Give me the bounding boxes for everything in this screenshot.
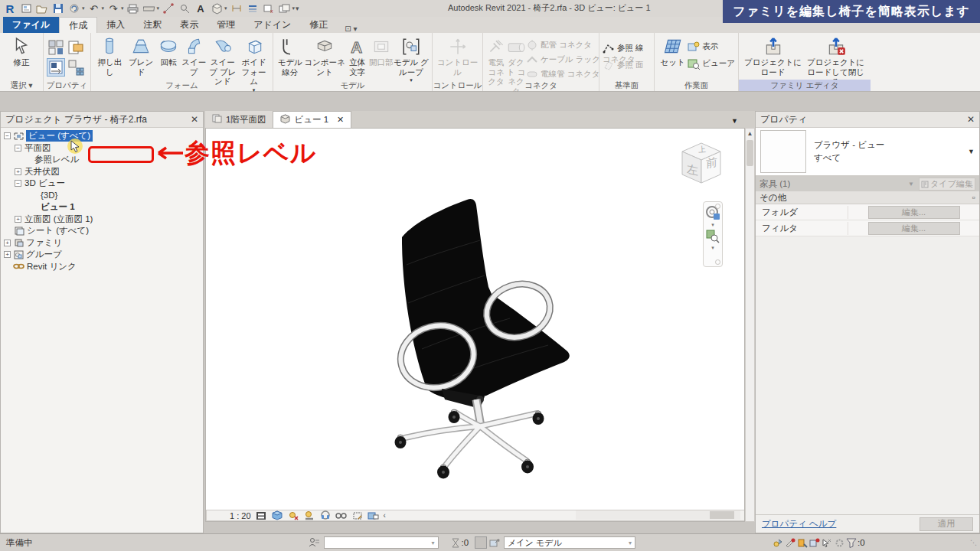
panel-properties-footer[interactable]: プロパティ	[44, 80, 90, 91]
view-tab-view1[interactable]: ビュー 1 ✕	[273, 111, 351, 128]
workset-status-icon[interactable]	[796, 536, 808, 549]
wheel-dropdown-icon[interactable]: ▾	[711, 222, 714, 228]
crop-region-icon[interactable]	[351, 510, 364, 522]
detail-level-icon[interactable]	[255, 510, 267, 522]
measure-icon[interactable]	[142, 2, 156, 15]
show-workplane-button[interactable]: 表示	[688, 40, 735, 54]
tree-item-view1[interactable]: ビュー 1	[4, 201, 203, 214]
render-icon[interactable]	[319, 510, 332, 522]
undo-dropdown-icon[interactable]: ▾	[102, 5, 105, 11]
model-line-button[interactable]: モデル 線分	[276, 35, 304, 77]
aligned-dimension-icon[interactable]	[162, 2, 175, 15]
load-into-project-button[interactable]: プロジェクトに ロード	[742, 35, 804, 77]
chair-3d-model[interactable]	[368, 173, 598, 494]
tree-item-ceiling-plans[interactable]: + 天井伏図	[4, 166, 203, 178]
horizontal-scrollbar-thumb[interactable]	[710, 511, 734, 519]
tab-insert[interactable]: 挿入	[97, 17, 134, 33]
viewcube[interactable]: 上 左 前	[678, 140, 725, 191]
drawing-canvas[interactable]: 上 左 前 ▾ ▾ 1 : 20	[205, 128, 745, 522]
revolve-button[interactable]: 回転	[157, 35, 181, 67]
modify-button[interactable]: 修正	[3, 35, 40, 67]
redo-icon[interactable]: ↷	[106, 2, 120, 15]
sun-path-icon[interactable]	[287, 510, 299, 522]
tab-view[interactable]: 表示	[171, 17, 207, 33]
sweep-button[interactable]: スイープ	[181, 35, 207, 77]
worksharing-display-icon[interactable]	[772, 536, 784, 549]
type-selector-dropdown-icon[interactable]: ▼	[968, 148, 975, 155]
tree-item-3d[interactable]: {3D}	[4, 190, 203, 202]
tab-create[interactable]: 作成	[59, 17, 97, 33]
collapse-icon[interactable]: −	[4, 132, 11, 139]
switch-windows-icon[interactable]	[278, 2, 292, 15]
tab-file[interactable]: ファイル	[3, 17, 59, 33]
design-options-icon[interactable]	[449, 536, 462, 549]
vertical-scrollbar-thumb[interactable]	[746, 140, 753, 166]
navbar-options-icon[interactable]	[715, 259, 720, 265]
close-view-icon[interactable]: ✕	[337, 115, 344, 125]
tree-item-elevations[interactable]: + 立面図 (立面図 1)	[4, 214, 203, 226]
blend-button[interactable]: ブレンド	[126, 35, 157, 77]
sync-dropdown-icon[interactable]: ▾	[82, 5, 85, 11]
shadows-icon[interactable]	[303, 510, 315, 522]
load-into-project-close-button[interactable]: プロジェクトに ロードして閉じる	[804, 35, 867, 86]
ribbon-display-toggle-icon[interactable]: ⊡ ▾	[345, 24, 357, 33]
resize-grip-icon[interactable]: ⋱	[970, 539, 977, 546]
tab-addins[interactable]: アドイン	[244, 17, 300, 33]
thin-lines-icon[interactable]	[246, 2, 260, 15]
family-types-button[interactable]	[67, 38, 85, 57]
crop-visibility-icon[interactable]	[368, 510, 380, 522]
exclude-options-toggle-icon[interactable]	[475, 536, 487, 549]
view-scale[interactable]: 1 : 20	[230, 511, 251, 520]
text-icon[interactable]: A	[194, 2, 207, 15]
tree-item-revit-links[interactable]: Revit リンク	[4, 261, 203, 273]
worksets-icon[interactable]	[309, 536, 321, 549]
request-status-icon[interactable]	[808, 536, 821, 549]
set-workplane-button[interactable]: セット	[658, 35, 688, 67]
customize-qat-icon[interactable]: ▾	[296, 5, 299, 12]
section-other[interactable]: その他 ¤	[756, 191, 979, 204]
vertical-scrollbar[interactable]: ▲	[745, 128, 755, 522]
properties-close-icon[interactable]: ✕	[967, 114, 975, 125]
viewer-button[interactable]: ビューア	[688, 57, 735, 70]
main-model-select[interactable]: メイン モデル▾	[504, 536, 635, 549]
tree-item-families[interactable]: + ファミリ	[4, 237, 203, 249]
expand-icon[interactable]: +	[4, 251, 11, 258]
category-dropdown-icon[interactable]: ▼	[908, 181, 914, 187]
snap-settings-icon[interactable]	[833, 536, 845, 549]
tree-item-sheets[interactable]: シート (すべて)	[4, 225, 203, 237]
3d-view-dropdown-icon[interactable]: ▾	[224, 5, 227, 11]
tab-manage[interactable]: 管理	[207, 17, 244, 33]
horizontal-scrollbar[interactable]	[576, 510, 740, 520]
switch-windows-dropdown-icon[interactable]: ▾	[292, 5, 296, 11]
properties-help-link[interactable]: プロパティ ヘルプ	[762, 518, 836, 530]
family-category-button[interactable]	[47, 38, 65, 57]
sweep-blend-button[interactable]: スイープ ブレンド	[207, 35, 238, 86]
expand-icon[interactable]: +	[15, 168, 21, 175]
visual-style-icon[interactable]	[271, 510, 283, 522]
redo-dropdown-icon[interactable]: ▾	[121, 5, 124, 11]
reference-line-button[interactable]: 参照 線	[603, 41, 643, 55]
view-list-dropdown-icon[interactable]: ▼	[731, 117, 738, 125]
workset-select[interactable]: ▾	[324, 536, 439, 549]
view-tab-floor-plan[interactable]: 1階平面図	[205, 111, 273, 128]
open-file-icon[interactable]	[35, 2, 49, 15]
save-icon[interactable]	[51, 2, 65, 15]
scroll-up-icon[interactable]: ▲	[746, 129, 754, 139]
extrusion-button[interactable]: 押し出し	[94, 35, 126, 77]
tab-modify[interactable]: 修正	[300, 17, 337, 33]
view-control-expand-icon[interactable]: ‹	[384, 511, 386, 520]
undo-icon[interactable]: ↶	[87, 2, 101, 15]
tree-item-groups[interactable]: + グループ	[4, 249, 203, 261]
zoom-dropdown-icon[interactable]: ▾	[711, 245, 714, 251]
link-model-icon[interactable]	[488, 536, 501, 549]
section-icon[interactable]	[230, 2, 243, 15]
expand-icon[interactable]: +	[15, 216, 21, 223]
tree-item-3d-views[interactable]: − 3D ビュー	[4, 178, 203, 190]
editable-only-icon[interactable]	[784, 536, 796, 549]
tag-icon[interactable]	[178, 2, 191, 15]
section-pin-icon[interactable]: ¤	[972, 194, 975, 201]
model-text-button[interactable]: A 立体 文字	[346, 35, 369, 77]
navbar-handle-icon[interactable]	[715, 204, 720, 209]
print-icon[interactable]	[126, 2, 140, 15]
filter-icon[interactable]	[845, 536, 858, 549]
